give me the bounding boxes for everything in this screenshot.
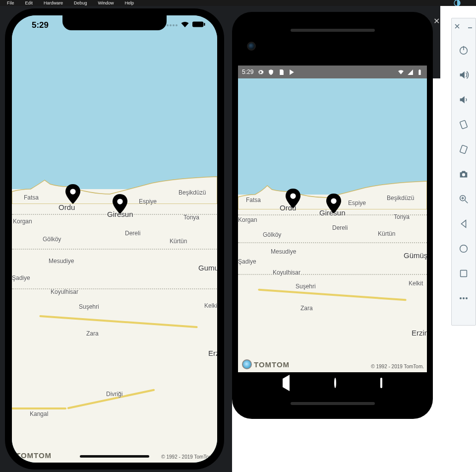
label-tonya: Tonya bbox=[183, 214, 199, 221]
rotate-left-button[interactable] bbox=[456, 117, 472, 133]
svg-point-5 bbox=[290, 193, 296, 199]
svg-rect-17 bbox=[461, 270, 467, 277]
ios-time: 5:29 bbox=[32, 20, 49, 30]
nav-recents-button[interactable] bbox=[380, 379, 382, 388]
mac-menubar[interactable]: File Edit Hardware Debug Window Help bbox=[0, 0, 476, 6]
android-speaker-bottom bbox=[291, 402, 375, 405]
admin-border-3 bbox=[12, 288, 217, 289]
window-minimize-button[interactable] bbox=[466, 22, 474, 30]
map-pin-giresun[interactable] bbox=[113, 194, 127, 216]
camera-button[interactable] bbox=[456, 166, 472, 182]
admin-border-a3 bbox=[238, 274, 427, 275]
label-mesudiye: Mesudiye bbox=[49, 258, 74, 265]
wifi-icon bbox=[398, 69, 404, 75]
map-land-ios[interactable]: Fatsa Ordu Korgan Gölköy Mesudiye Şadiye… bbox=[12, 189, 217, 463]
more-button[interactable] bbox=[456, 290, 472, 306]
tomtom-logo-android: TOMTOM bbox=[242, 359, 290, 369]
map-land-android[interactable]: Fatsa Ordu Korgan Gölköy Mesudiye Şadiye… bbox=[238, 195, 427, 372]
battery-icon bbox=[192, 20, 205, 30]
label-koyulhisar: Koyulhisar bbox=[51, 288, 78, 295]
label-susehri: Suşehri bbox=[79, 303, 99, 310]
emulator-sidebar bbox=[451, 18, 476, 326]
label-kurtun: Kürtün bbox=[170, 238, 187, 245]
android-emulator: 5:29 Fatsa Ordu Korgan bbox=[232, 12, 433, 419]
map-sea-ios bbox=[12, 15, 217, 189]
emu-home-button[interactable] bbox=[456, 241, 472, 257]
label-sadiye-a: Şadiye bbox=[238, 258, 256, 265]
sdcard-icon bbox=[278, 69, 285, 75]
label-koyulhisar-a: Koyulhisar bbox=[273, 269, 300, 276]
map-copyright-ios: © 1992 - 2019 TomTom. bbox=[161, 454, 214, 460]
label-kelkit-a: Kelkit bbox=[409, 280, 423, 287]
admin-border-a2 bbox=[238, 242, 427, 243]
label-kelkit: Kelkit bbox=[204, 302, 217, 309]
svg-rect-10 bbox=[460, 145, 467, 154]
android-window-close[interactable]: ✕ bbox=[433, 18, 441, 26]
emu-back-button[interactable] bbox=[456, 216, 472, 232]
tomtom-brand-text: TOMTOM bbox=[254, 360, 290, 369]
menu-file[interactable]: File bbox=[7, 0, 14, 5]
android-speaker-top bbox=[291, 29, 375, 32]
svg-rect-1 bbox=[192, 21, 203, 27]
tomtom-circle-icon bbox=[242, 359, 252, 369]
android-navbar bbox=[238, 372, 427, 394]
label-korgan-a: Korgan bbox=[238, 216, 257, 223]
android-statusbar: 5:29 bbox=[238, 66, 427, 78]
android-screen[interactable]: 5:29 Fatsa Ordu Korgan bbox=[238, 66, 427, 394]
close-icon: ✕ bbox=[433, 18, 441, 26]
road-a1 bbox=[258, 289, 407, 301]
wifi-icon bbox=[180, 20, 189, 30]
map-pin-ordu-a[interactable] bbox=[286, 189, 300, 210]
map-pin-ordu[interactable] bbox=[65, 184, 80, 206]
label-espiye: Espiye bbox=[139, 198, 157, 205]
label-dereli: Dereli bbox=[125, 230, 140, 237]
label-espiye-a: Espiye bbox=[348, 200, 366, 206]
volume-down-button[interactable] bbox=[456, 92, 472, 108]
android-time: 5:29 bbox=[242, 68, 253, 75]
menu-hardware[interactable]: Hardware bbox=[44, 0, 63, 5]
label-divrigi: Divriği bbox=[106, 391, 122, 398]
svg-rect-9 bbox=[460, 120, 467, 129]
label-besikduzu-a: Beşikdüzü bbox=[387, 195, 414, 202]
emu-recents-button[interactable] bbox=[456, 266, 472, 281]
play-store-icon bbox=[289, 69, 295, 75]
label-erzincan-a: Erzin bbox=[412, 329, 427, 337]
label-zara-a: Zara bbox=[300, 305, 313, 312]
label-fatsa: Fatsa bbox=[24, 194, 39, 201]
menu-help[interactable]: Help bbox=[125, 0, 134, 5]
nav-back-button[interactable] bbox=[283, 379, 290, 388]
rotate-right-button[interactable] bbox=[456, 141, 472, 157]
shield-icon bbox=[268, 69, 274, 75]
svg-point-3 bbox=[70, 189, 75, 194]
home-indicator[interactable] bbox=[80, 455, 149, 458]
window-close-button[interactable] bbox=[453, 22, 461, 30]
admin-border-2 bbox=[12, 249, 217, 250]
power-button[interactable] bbox=[456, 42, 472, 58]
menu-edit[interactable]: Edit bbox=[25, 0, 33, 5]
iphone-screen[interactable]: 5:29 Fatsa bbox=[12, 15, 217, 463]
ios-statusbar: 5:29 bbox=[12, 20, 217, 30]
menu-window[interactable]: Window bbox=[98, 0, 114, 5]
road-1 bbox=[39, 315, 197, 328]
label-besikduzu: Beşikdüzü bbox=[178, 189, 206, 196]
menu-debug[interactable]: Debug bbox=[74, 0, 87, 5]
zoom-in-button[interactable] bbox=[456, 191, 472, 207]
cellular-icon bbox=[167, 24, 178, 26]
tomtom-logo-ios: TOMTOM bbox=[16, 451, 52, 460]
battery-icon bbox=[416, 69, 423, 75]
svg-line-13 bbox=[465, 201, 468, 203]
label-kangal: Kangal bbox=[30, 410, 48, 417]
label-gumushane: Gumuşh bbox=[198, 264, 217, 272]
label-korgan: Korgan bbox=[13, 218, 32, 225]
road-2 bbox=[12, 407, 66, 409]
label-kurtun-a: Kürtün bbox=[378, 230, 395, 237]
label-gumushane-a: Gümüşh bbox=[404, 251, 427, 260]
label-golkoy-a: Gölköy bbox=[263, 231, 281, 238]
volume-up-button[interactable] bbox=[456, 67, 472, 83]
label-erzincan: Erzin bbox=[208, 349, 217, 357]
label-mesudiye-a: Mesudiye bbox=[271, 248, 296, 255]
map-pin-giresun-a[interactable] bbox=[326, 194, 341, 215]
iphone-simulator: 5:29 Fatsa bbox=[5, 8, 224, 470]
nav-home-button[interactable] bbox=[334, 379, 336, 388]
label-fatsa-a: Fatsa bbox=[246, 197, 261, 203]
